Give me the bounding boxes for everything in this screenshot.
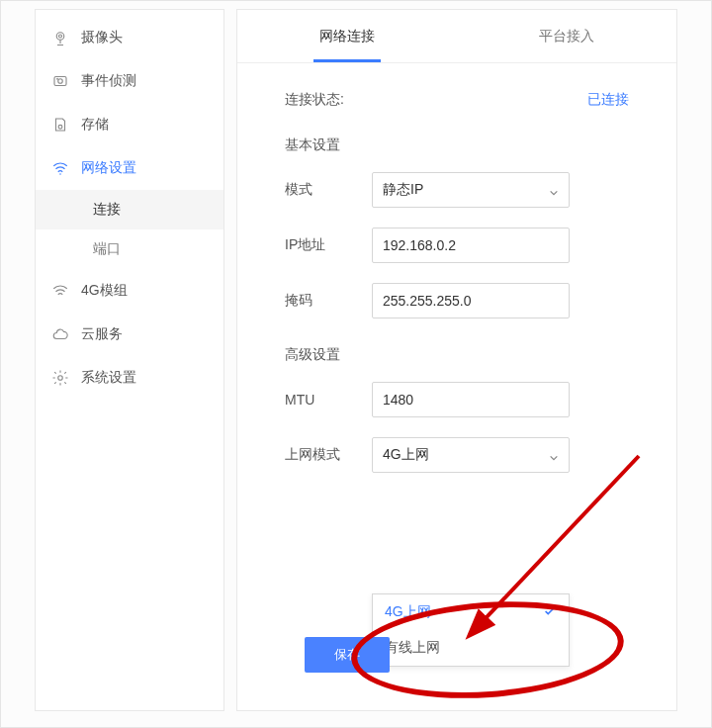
sidebar-item-4g[interactable]: 4G模组 <box>36 269 223 313</box>
sidebar-item-label: 云服务 <box>81 325 123 343</box>
tab-label: 平台接入 <box>539 28 594 46</box>
panel-body: 连接状态: 已连接 基本设置 模式 静态IP IP地址 192.168.0.2 <box>237 63 676 710</box>
netmode-select[interactable]: 4G上网 <box>372 437 570 473</box>
sidebar-sub-connection[interactable]: 连接 <box>36 190 223 229</box>
netmode-option-wired[interactable]: 有线上网 <box>373 630 569 666</box>
detect-icon <box>51 72 69 90</box>
section-advanced: 高级设置 <box>285 346 629 364</box>
netmode-option-4g[interactable]: 4G上网 <box>373 594 569 630</box>
sidebar-item-cloud[interactable]: 云服务 <box>36 313 223 356</box>
sidebar-item-label: 事件侦测 <box>81 72 136 90</box>
mtu-row: MTU 1480 <box>285 382 629 417</box>
netmode-dropdown: 4G上网 有线上网 <box>372 593 570 667</box>
cloud-icon <box>51 325 69 343</box>
sidebar-sub-label: 连接 <box>93 201 121 219</box>
sidebar-item-detect[interactable]: 事件侦测 <box>36 59 223 103</box>
ip-row: IP地址 192.168.0.2 <box>285 228 629 263</box>
sidebar-item-label: 系统设置 <box>81 369 136 387</box>
mode-select[interactable]: 静态IP <box>372 172 570 208</box>
sidebar-item-label: 4G模组 <box>81 282 128 300</box>
save-button[interactable]: 保存 <box>305 637 390 673</box>
sidebar-sub-label: 端口 <box>93 240 121 258</box>
sidebar-item-label: 摄像头 <box>81 29 123 46</box>
tab-network-connection[interactable]: 网络连接 <box>237 10 457 62</box>
svg-point-1 <box>59 35 62 38</box>
wifi-icon <box>51 159 69 177</box>
mtu-field[interactable]: 1480 <box>372 382 570 417</box>
svg-point-7 <box>58 376 63 381</box>
svg-point-3 <box>58 79 63 84</box>
svg-rect-2 <box>54 77 66 86</box>
sidebar-item-label: 网络设置 <box>81 159 136 177</box>
option-label: 有线上网 <box>385 639 440 657</box>
sidebar-sub-port[interactable]: 端口 <box>36 229 223 269</box>
camera-icon <box>51 29 69 46</box>
ip-label: IP地址 <box>285 236 372 254</box>
save-button-label: 保存 <box>334 646 360 664</box>
mode-label: 模式 <box>285 181 372 199</box>
netmode-select-value: 4G上网 <box>383 446 429 464</box>
status-label: 连接状态: <box>285 91 372 109</box>
tab-platform-access[interactable]: 平台接入 <box>457 10 676 62</box>
mode-row: 模式 静态IP <box>285 172 629 208</box>
section-basic: 基本设置 <box>285 136 629 154</box>
chevron-down-icon <box>549 450 559 460</box>
svg-point-4 <box>57 78 58 79</box>
sidebar-item-network[interactable]: 网络设置 <box>36 146 223 190</box>
sidebar-item-storage[interactable]: 存储 <box>36 103 223 146</box>
main-panel: 网络连接 平台接入 连接状态: 已连接 基本设置 模式 静态IP <box>236 9 677 711</box>
tab-label: 网络连接 <box>319 28 375 46</box>
storage-icon <box>51 116 69 134</box>
netmode-label: 上网模式 <box>285 446 372 464</box>
gear-icon <box>51 369 69 387</box>
sidebar-item-camera[interactable]: 摄像头 <box>36 16 223 59</box>
chevron-down-icon <box>549 185 559 195</box>
ip-field[interactable]: 192.168.0.2 <box>372 228 570 263</box>
svg-point-5 <box>58 125 62 129</box>
signal-icon <box>51 282 69 300</box>
ip-value: 192.168.0.2 <box>383 237 456 253</box>
mask-field[interactable]: 255.255.255.0 <box>372 283 570 318</box>
option-label: 4G上网 <box>385 603 431 621</box>
sidebar-item-label: 存储 <box>81 116 109 134</box>
mtu-label: MTU <box>285 392 372 408</box>
netmode-row: 上网模式 4G上网 <box>285 437 629 473</box>
check-icon <box>543 604 557 621</box>
mask-value: 255.255.255.0 <box>383 293 472 309</box>
status-value: 已连接 <box>587 91 629 109</box>
svg-point-0 <box>56 33 64 41</box>
mtu-value: 1480 <box>383 392 413 408</box>
svg-point-6 <box>59 173 61 175</box>
sidebar: 摄像头 事件侦测 存储 网络设置 连接 端口 4G模组 <box>35 9 224 711</box>
sidebar-item-system[interactable]: 系统设置 <box>36 356 223 400</box>
mask-row: 掩码 255.255.255.0 <box>285 283 629 318</box>
mode-select-value: 静态IP <box>383 181 423 199</box>
mask-label: 掩码 <box>285 292 372 310</box>
tabs: 网络连接 平台接入 <box>237 10 676 63</box>
status-row: 连接状态: 已连接 <box>285 91 629 109</box>
